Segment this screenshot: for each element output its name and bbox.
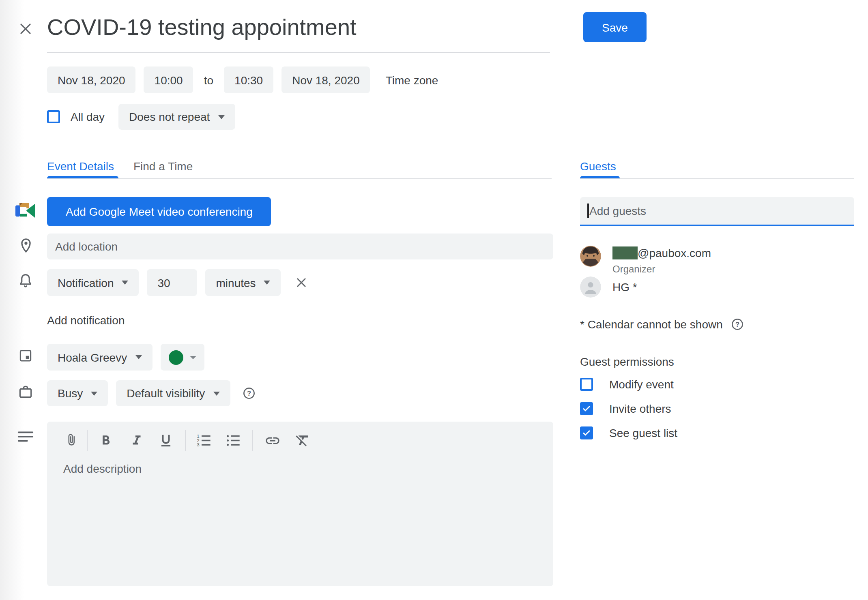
location-input[interactable]: Add location xyxy=(47,234,553,259)
guest-row-organizer[interactable]: @paubox.com Organizer xyxy=(580,246,711,275)
notification-value-input[interactable]: 30 xyxy=(147,269,198,296)
permission-row-modify-event: Modify event xyxy=(580,378,674,391)
timezone-button[interactable]: Time zone xyxy=(386,73,438,86)
calendar-dropdown[interactable]: Hoala Greevy xyxy=(47,344,152,371)
chevron-down-icon xyxy=(264,281,271,285)
invite-others-label[interactable]: Invite others xyxy=(609,402,671,415)
chevron-down-icon xyxy=(91,391,97,395)
visibility-dropdown[interactable]: Default visibility xyxy=(116,380,230,406)
add-google-meet-button[interactable]: Add Google Meet video conferencing xyxy=(47,197,271,226)
datetime-row: Nov 18, 2020 10:00 to 10:30 Nov 18, 2020… xyxy=(47,66,438,93)
calendar-select-row: Hoala Greevy xyxy=(47,344,204,371)
guests-tabs-divider xyxy=(580,178,854,179)
visibility-value: Default visibility xyxy=(127,387,205,400)
notification-unit-value: minutes xyxy=(216,276,256,289)
left-tabs: Event Details Find a Time xyxy=(47,160,193,173)
tab-find-a-time[interactable]: Find a Time xyxy=(133,160,193,173)
bold-icon xyxy=(98,433,113,448)
check-icon xyxy=(582,428,591,438)
add-guests-input[interactable]: Add guests xyxy=(580,197,854,226)
close-icon xyxy=(17,21,33,36)
tab-guests[interactable]: Guests xyxy=(580,160,616,173)
all-day-checkbox[interactable] xyxy=(47,110,60,123)
permission-row-see-guest-list: See guest list xyxy=(580,426,677,439)
event-title-input[interactable]: COVID-19 testing appointment xyxy=(47,15,357,41)
remove-formatting-button[interactable] xyxy=(294,432,311,448)
event-color-dropdown[interactable] xyxy=(160,344,204,371)
help-circle-icon: ? xyxy=(730,317,745,332)
notes-icon xyxy=(16,430,35,448)
organizer-avatar xyxy=(580,246,601,267)
end-date-button[interactable]: Nov 18, 2020 xyxy=(281,66,370,93)
permission-row-invite-others: Invite others xyxy=(580,402,671,415)
underline-icon xyxy=(158,433,173,448)
insert-link-button[interactable] xyxy=(264,432,281,448)
numbered-list-icon: 1 2 3 xyxy=(196,432,212,448)
modify-event-checkbox[interactable] xyxy=(580,378,593,391)
svg-text:?: ? xyxy=(735,321,739,328)
remove-formatting-icon xyxy=(294,432,311,448)
numbered-list-button[interactable]: 1 2 3 xyxy=(196,432,212,448)
all-day-label: All day xyxy=(71,110,105,123)
notification-row: Notification 30 minutes xyxy=(47,269,309,296)
remove-notification-button[interactable] xyxy=(293,274,309,291)
insert-link-icon xyxy=(264,432,281,449)
see-guest-list-label[interactable]: See guest list xyxy=(609,426,677,439)
see-guest-list-checkbox[interactable] xyxy=(580,426,593,439)
guest-row-hg[interactable]: HG * xyxy=(580,276,637,298)
notification-unit-dropdown[interactable]: minutes xyxy=(206,269,281,296)
modify-event-label[interactable]: Modify event xyxy=(609,378,674,391)
organizer-info: @paubox.com Organizer xyxy=(612,246,711,275)
event-editor-dialog: COVID-19 testing appointment Save Nov 18… xyxy=(0,0,868,600)
chevron-down-icon xyxy=(218,115,224,119)
tab-event-details[interactable]: Event Details xyxy=(47,160,114,173)
busy-visibility-row: Busy Default visibility ? xyxy=(47,380,256,406)
svg-text:3: 3 xyxy=(197,442,199,448)
start-time-button[interactable]: 10:00 xyxy=(144,66,193,93)
underline-button[interactable] xyxy=(157,432,174,448)
notification-type-dropdown[interactable]: Notification xyxy=(47,269,139,296)
toolbar-separator xyxy=(87,430,88,451)
description-toolbar: 1 2 3 xyxy=(63,431,311,450)
calendar-name-value: Hoala Greevy xyxy=(58,351,127,364)
save-button[interactable]: Save xyxy=(583,12,647,42)
bold-button[interactable] xyxy=(97,432,114,448)
organizer-email-domain: @paubox.com xyxy=(638,246,711,259)
bulleted-list-button[interactable] xyxy=(225,432,241,448)
guest-avatar xyxy=(580,276,601,298)
calendar-icon xyxy=(17,347,34,367)
add-guests-placeholder: Add guests xyxy=(589,204,646,217)
guests-tab-underline xyxy=(580,176,620,178)
close-button[interactable] xyxy=(16,19,34,37)
allday-row: All day Does not repeat xyxy=(47,104,235,130)
svg-text:?: ? xyxy=(247,390,251,397)
check-icon xyxy=(582,404,591,414)
attachment-icon xyxy=(64,433,79,448)
italic-icon xyxy=(129,433,144,448)
left-tabs-divider xyxy=(47,178,552,179)
busy-status-value: Busy xyxy=(58,387,83,400)
add-notification-button[interactable]: Add notification xyxy=(47,314,125,327)
toolbar-separator xyxy=(185,430,186,451)
organizer-role: Organizer xyxy=(612,264,711,275)
start-date-button[interactable]: Nov 18, 2020 xyxy=(47,66,136,93)
description-editor[interactable]: 1 2 3 xyxy=(47,422,553,586)
chevron-down-icon xyxy=(135,355,142,359)
visibility-help-button[interactable]: ? xyxy=(241,386,256,401)
recurrence-value: Does not repeat xyxy=(129,110,210,123)
invite-others-checkbox[interactable] xyxy=(580,402,593,415)
description-placeholder: Add description xyxy=(63,462,142,475)
bell-icon xyxy=(17,272,34,293)
chevron-down-icon xyxy=(213,391,219,395)
calendar-note-row: * Calendar cannot be shown ? xyxy=(580,317,745,332)
recurrence-dropdown[interactable]: Does not repeat xyxy=(118,104,235,130)
busy-status-dropdown[interactable]: Busy xyxy=(47,380,108,406)
italic-button[interactable] xyxy=(128,432,144,448)
end-time-button[interactable]: 10:30 xyxy=(224,66,273,93)
calendar-note-help-button[interactable]: ? xyxy=(730,317,745,332)
event-color-swatch xyxy=(168,350,183,364)
active-tab-underline xyxy=(47,176,118,178)
google-meet-icon xyxy=(15,203,35,222)
attachment-button[interactable] xyxy=(63,432,79,448)
notification-type-value: Notification xyxy=(58,276,114,289)
